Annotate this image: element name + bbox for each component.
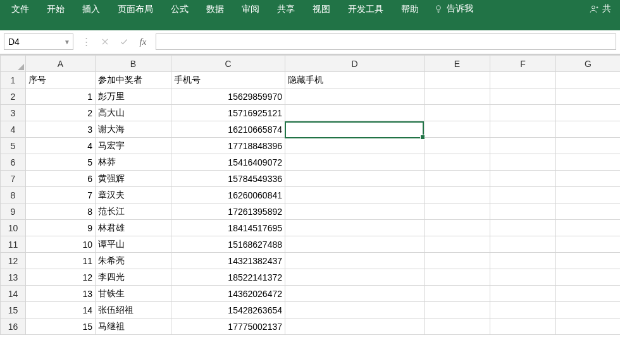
cell[interactable]: 15168627488 [171,236,285,253]
menu-help[interactable]: 帮助 [392,0,428,18]
enter-button[interactable] [115,33,133,50]
cell[interactable]: 17775002137 [171,318,285,335]
menu-view[interactable]: 视图 [304,0,339,18]
tell-me-group[interactable]: 告诉我 [428,3,480,15]
cell[interactable]: 谭平山 [96,236,171,253]
cell[interactable] [425,105,490,121]
cell[interactable] [285,220,425,236]
cell[interactable] [425,72,490,88]
cell[interactable] [490,269,556,286]
menu-data[interactable]: 数据 [197,0,233,18]
cell[interactable]: 甘铁生 [96,286,171,302]
cell[interactable] [425,203,490,220]
row-header[interactable]: 6 [1,154,26,171]
row-header[interactable]: 5 [1,138,26,154]
menu-home[interactable]: 开始 [38,0,73,18]
cell[interactable]: 7 [26,187,96,203]
cell[interactable] [285,187,425,203]
col-header-D[interactable]: D [285,56,425,72]
col-header-E[interactable]: E [425,56,490,72]
row-header[interactable]: 11 [1,236,26,253]
cell[interactable] [425,318,490,335]
cell[interactable]: 黄强辉 [96,171,171,187]
cell[interactable]: 2 [26,105,96,121]
cell[interactable] [490,318,556,335]
fx-button[interactable]: fx [134,33,152,50]
cell[interactable]: 15716925121 [171,105,285,121]
row-header[interactable]: 13 [1,269,26,286]
cell[interactable]: 9 [26,220,96,236]
cell[interactable] [285,236,425,253]
cell[interactable]: 17261395892 [171,203,285,220]
share-group[interactable]: 共 [583,3,617,15]
cell[interactable] [285,138,425,154]
cell[interactable] [556,187,621,203]
cell[interactable]: 16260060841 [171,187,285,203]
cancel-button[interactable] [96,33,114,50]
cell[interactable] [556,318,621,335]
cell[interactable] [425,121,490,138]
cell[interactable] [425,302,490,318]
cell[interactable] [285,302,425,318]
cell[interactable]: 彭万里 [96,88,171,105]
cell[interactable]: 16210665874 [171,121,285,138]
cell[interactable]: 15629859970 [171,88,285,105]
cell[interactable] [490,286,556,302]
cell[interactable] [490,171,556,187]
cell[interactable] [490,203,556,220]
menu-page-layout[interactable]: 页面布局 [109,0,162,18]
cell[interactable]: 3 [26,121,96,138]
cell[interactable] [285,253,425,269]
menu-review[interactable]: 审阅 [233,0,268,18]
cell[interactable]: 朱希亮 [96,253,171,269]
cell[interactable] [490,253,556,269]
cell[interactable] [556,220,621,236]
cell[interactable] [285,171,425,187]
cell[interactable]: 范长江 [96,203,171,220]
cell[interactable] [425,88,490,105]
cell[interactable]: 8 [26,203,96,220]
menu-file[interactable]: 文件 [3,0,38,18]
cell[interactable]: 林莽 [96,154,171,171]
cell[interactable]: 15 [26,318,96,335]
cell[interactable]: 10 [26,236,96,253]
col-header-B[interactable]: B [96,56,171,72]
cell[interactable] [556,154,621,171]
cell[interactable] [490,121,556,138]
cell[interactable] [556,253,621,269]
cell[interactable] [490,72,556,88]
cell[interactable] [425,220,490,236]
menu-dev-tools[interactable]: 开发工具 [339,0,392,18]
row-header[interactable]: 9 [1,203,26,220]
menu-formulas[interactable]: 公式 [162,0,197,18]
cell[interactable]: 林君雄 [96,220,171,236]
cell[interactable]: 15784549336 [171,171,285,187]
cell[interactable] [556,286,621,302]
cell[interactable] [490,88,556,105]
row-header[interactable]: 12 [1,253,26,269]
col-header-F[interactable]: F [490,56,556,72]
row-header[interactable]: 1 [1,72,26,88]
cell[interactable] [425,269,490,286]
row-header[interactable]: 15 [1,302,26,318]
row-header[interactable]: 10 [1,220,26,236]
cell[interactable] [285,154,425,171]
cell[interactable] [425,138,490,154]
cell[interactable]: 隐藏手机 [285,72,425,88]
cell[interactable] [285,203,425,220]
sheet-grid[interactable]: A B C D E F G 1 序号 参加中奖者 手机号 隐藏手机 21 [0,55,620,364]
cell[interactable]: 18522141372 [171,269,285,286]
cell[interactable] [425,171,490,187]
name-box[interactable]: D4 ▼ [4,33,73,50]
cell[interactable]: 章汉夫 [96,187,171,203]
cell[interactable]: 14362026472 [171,286,285,302]
cell[interactable]: 15416409072 [171,154,285,171]
cell[interactable]: 手机号 [171,72,285,88]
cell[interactable]: 6 [26,171,96,187]
row-header[interactable]: 3 [1,105,26,121]
row-header[interactable]: 7 [1,171,26,187]
cell[interactable] [556,72,621,88]
row-header[interactable]: 4 [1,121,26,138]
row-header[interactable]: 14 [1,286,26,302]
cell[interactable] [556,105,621,121]
